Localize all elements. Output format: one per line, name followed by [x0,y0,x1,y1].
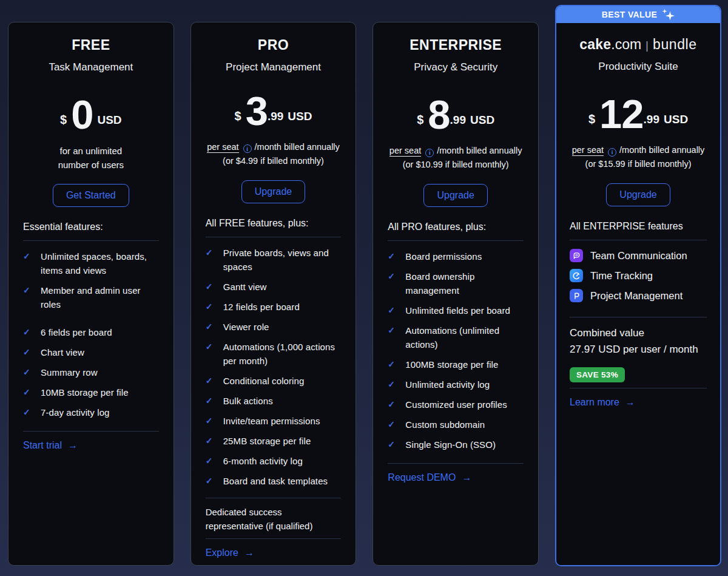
billing-line-monthly: (or $10.99 if billed monthly) [388,158,524,172]
currency-symbol: $ [60,113,67,127]
feature-item: ✓Member and admin user roles [23,283,159,311]
feature-item: ✓Invite/team permissions [206,414,342,428]
sparkles-icon [662,8,675,21]
divider [570,388,707,388]
check-icon: ✓ [388,324,397,351]
feature-label: 10MB storage per file [41,385,129,399]
feature-label: Single Sign-On (SSO) [405,438,496,452]
plan-title: ENTERPRISE [388,37,524,53]
free-cta-button[interactable]: Get Started [53,184,129,207]
price-amount: 3 [246,92,268,130]
features-header: All PRO features, plus: [388,222,486,232]
plaky-icon [570,289,583,302]
check-icon: ✓ [206,434,215,448]
save-badge: SAVE 53% [570,367,625,382]
per-seat-tooltip-link[interactable]: per seat [572,145,604,156]
bundle-footer-link[interactable]: Learn more→ [570,397,635,408]
billing-line-monthly: (or $4.99 if billed monthly) [206,154,342,168]
info-icon[interactable]: i [425,149,434,157]
divider [570,317,707,317]
bundle-app-item: Project Management [570,289,707,302]
check-icon: ✓ [23,325,33,339]
billing-annual-text: /month billed annually [437,146,522,155]
footer-link-label: Request DEMO [388,472,456,483]
feature-item: ✓Automations (1,000 actions per month) [206,340,342,368]
bundle-app-label: Team Communication [590,250,687,262]
info-icon[interactable]: i [608,148,616,157]
footer-link-label: Learn more [570,397,619,408]
check-icon: ✓ [206,454,215,468]
bundle-app-label: Project Management [590,290,682,302]
feature-item: ✓Gantt view [206,280,342,294]
currency-symbol: $ [235,109,241,123]
check-icon: ✓ [388,303,397,317]
check-icon: ✓ [206,394,215,408]
feature-label: 100MB storage per file [405,357,498,371]
currency-symbol: $ [417,113,423,127]
pro-cta-button[interactable]: Upgrade [241,180,305,203]
info-glyph: i [246,146,248,152]
feature-item: ✓Private boards, views and spaces [206,246,342,274]
clockify-clock-icon [570,269,583,282]
feature-label: Board permissions [405,249,482,263]
feature-item: ✓12 fields per board [206,300,342,314]
feature-item: ✓10MB storage per file [23,385,159,399]
feature-item: ✓Board ownership management [388,269,524,297]
feature-item: ✓7-day activity log [23,405,159,419]
card-free: FREETask Management$0USDfor an unlimited… [8,22,174,566]
check-icon: ✓ [388,269,397,297]
plan-subtitle: Privacy & Security [388,61,524,73]
price-cents: .99 [268,110,283,123]
check-icon: ✓ [23,385,33,399]
divider [23,240,159,241]
price-amount: 0 [71,95,93,134]
feature-item: ✓Automations (unlimited actions) [388,324,524,351]
feature-label: Summary row [41,365,98,379]
pro-footer-link[interactable]: Explore→ [206,547,254,558]
combined-value-amount: 27.97 USD per user / month [570,341,698,357]
free-footer-link[interactable]: Start trial→ [23,440,78,451]
per-seat-tooltip-link[interactable]: per seat [207,142,238,153]
billing-line-annual: per seati/month billed annually [570,143,707,157]
price-cents: .99 [644,113,659,126]
card-enterprise: ENTERPRISEPrivacy & Security$8.99USDper … [372,22,539,566]
check-icon: ✓ [388,357,397,371]
feature-label: Board and task templates [223,474,328,488]
billing-line-annual: per seati/month billed annually [388,144,524,158]
plan-subtitle: Project Management [206,61,342,73]
qualifier-note: Dedicated success representative (if qua… [206,505,334,533]
info-glyph: i [612,149,613,155]
bundle-card-wrapper: BEST VALUEcake.com|bundleProductivity Su… [555,5,721,566]
feature-list: ✓Board permissions✓Board ownership manag… [388,249,524,458]
price: $8.99USD [388,92,524,134]
feature-label: Customized user profiles [405,398,507,412]
feature-list: ✓Unlimited spaces, boards, items and vie… [23,249,159,425]
best-value-label: BEST VALUE [602,10,658,19]
feature-item: ✓Single Sign-On (SSO) [388,438,524,452]
divider [23,431,159,432]
check-icon: ✓ [23,365,33,379]
billing-line: number of users [23,158,159,172]
feature-label: Unlimited fields per board [405,303,510,317]
billing-annual-text: /month billed annually [255,142,340,152]
check-icon: ✓ [206,340,215,368]
feature-item: ✓Bulk actions [206,394,342,408]
info-glyph: i [429,150,431,156]
feature-label: Automations (1,000 actions per month) [223,340,342,368]
feature-item: ✓25MB storage per file [206,434,342,448]
pricing-row: FREETask Management$0USDfor an unlimited… [0,0,728,566]
info-icon[interactable]: i [243,144,252,153]
bundle-cta-button[interactable]: Upgrade [606,183,670,206]
best-value-banner: BEST VALUE [556,6,720,23]
logo-separator: | [645,39,649,52]
price-cents: .99 [450,114,466,127]
feature-label: 6-month activity log [223,454,303,468]
enterprise-cta-button[interactable]: Upgrade [423,184,487,207]
feature-label: Automations (unlimited actions) [405,324,524,351]
feature-label: Conditional coloring [223,374,305,388]
check-icon: ✓ [23,283,33,311]
feature-item: ✓Board and task templates [206,474,342,488]
enterprise-footer-link[interactable]: Request DEMO→ [388,472,471,483]
per-seat-tooltip-link[interactable]: per seat [389,146,421,157]
footer-link-label: Explore [206,547,238,558]
